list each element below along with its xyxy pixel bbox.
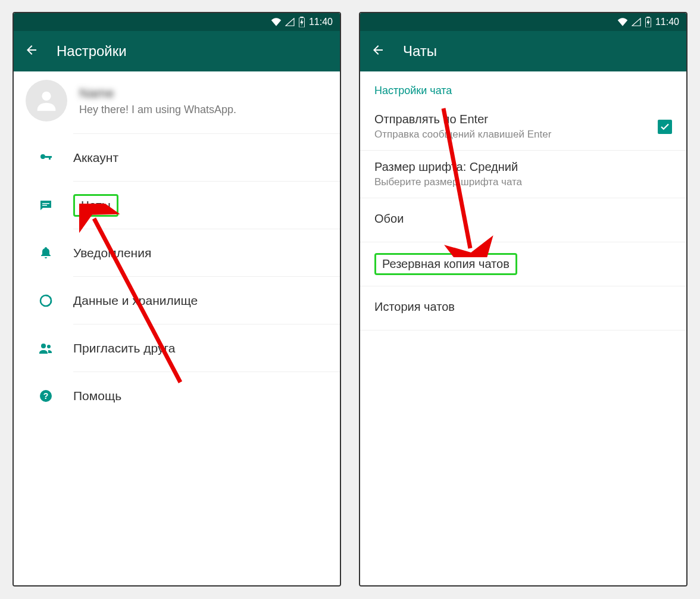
help-icon: ? xyxy=(38,388,54,404)
setting-title: История чатов xyxy=(374,300,672,314)
profile-status: Hey there! I am using WhatsApp. xyxy=(79,104,236,116)
phone-settings: 11:40 Настройки Name Hey there! I am usi… xyxy=(12,12,341,586)
setting-title: Резервная копия чатов xyxy=(382,257,510,270)
profile-text: Name Hey there! I am using WhatsApp. xyxy=(79,86,236,116)
menu-item-chats[interactable]: Чаты xyxy=(73,181,340,229)
setting-title: Размер шрифта: Средний xyxy=(374,160,672,174)
menu-label: Пригласить друга xyxy=(73,341,175,355)
setting-subtitle: Отправка сообщений клавишей Enter xyxy=(374,129,658,141)
profile-row[interactable]: Name Hey there! I am using WhatsApp. xyxy=(14,71,340,133)
settings-menu: Аккаунт Чаты Уведомления xyxy=(14,133,340,419)
data-icon xyxy=(38,292,54,309)
status-time: 11:40 xyxy=(309,17,333,27)
profile-name: Name xyxy=(79,86,236,101)
menu-label: Помощь xyxy=(73,389,121,403)
signal-icon xyxy=(632,18,641,26)
people-icon xyxy=(38,340,54,357)
setting-font-size[interactable]: Размер шрифта: Средний Выберите размер ш… xyxy=(360,151,686,198)
page-title: Чаты xyxy=(403,43,437,60)
menu-label: Данные и хранилище xyxy=(73,294,198,308)
svg-point-2 xyxy=(42,92,51,101)
phone-chats-settings: 11:40 Чаты Настройки чата Отправлять по … xyxy=(359,12,688,586)
avatar xyxy=(26,80,67,121)
settings-content: Name Hey there! I am using WhatsApp. Акк… xyxy=(14,71,340,585)
battery-icon xyxy=(645,17,652,27)
chat-settings-content: Настройки чата Отправлять по Enter Отпра… xyxy=(360,71,686,585)
setting-enter-send[interactable]: Отправлять по Enter Отправка сообщений к… xyxy=(360,103,686,151)
setting-history[interactable]: История чатов xyxy=(360,286,686,330)
key-icon xyxy=(38,149,54,166)
svg-point-7 xyxy=(47,345,51,348)
signal-icon xyxy=(285,18,295,26)
app-bar: Чаты xyxy=(360,31,686,71)
checkbox-checked-icon[interactable] xyxy=(658,120,672,134)
menu-item-notifications[interactable]: Уведомления xyxy=(73,229,340,276)
setting-title: Отправлять по Enter xyxy=(374,113,658,126)
setting-wallpaper[interactable]: Обои xyxy=(360,198,686,242)
setting-title: Обои xyxy=(374,212,672,226)
menu-item-invite[interactable]: Пригласить друга xyxy=(73,324,340,372)
menu-label: Чаты xyxy=(81,198,111,212)
section-title: Настройки чата xyxy=(360,71,686,103)
menu-item-data[interactable]: Данные и хранилище xyxy=(73,276,340,324)
wifi-icon xyxy=(617,18,628,26)
menu-item-account[interactable]: Аккаунт xyxy=(73,133,340,181)
chat-icon xyxy=(38,197,54,214)
svg-rect-3 xyxy=(42,203,49,204)
setting-subtitle: Выберите размер шрифта чата xyxy=(374,176,672,188)
battery-icon xyxy=(298,17,305,27)
menu-label: Уведомления xyxy=(73,246,151,260)
status-bar: 11:40 xyxy=(360,13,686,31)
app-bar: Настройки xyxy=(14,31,340,71)
menu-item-help[interactable]: ? Помощь xyxy=(73,372,340,419)
highlight-chats: Чаты xyxy=(73,194,118,217)
bell-icon xyxy=(38,245,54,261)
back-icon[interactable] xyxy=(371,43,385,60)
svg-rect-4 xyxy=(42,205,47,206)
svg-point-6 xyxy=(41,344,46,348)
menu-label: Аккаунт xyxy=(73,151,118,165)
highlight-backup: Резервная копия чатов xyxy=(374,253,517,275)
status-bar: 11:40 xyxy=(14,13,340,31)
wifi-icon xyxy=(271,18,282,26)
status-time: 11:40 xyxy=(655,17,679,27)
back-icon[interactable] xyxy=(24,43,39,60)
page-title: Настройки xyxy=(57,43,127,60)
svg-text:?: ? xyxy=(43,391,49,401)
setting-backup[interactable]: Резервная копия чатов xyxy=(360,242,686,286)
